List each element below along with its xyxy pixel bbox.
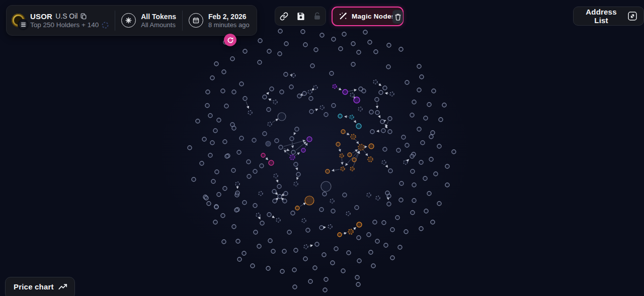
holder-node[interactable] (330, 199, 334, 203)
holder-node[interactable] (331, 209, 335, 213)
refresh-button[interactable] (224, 34, 236, 46)
holder-node[interactable] (258, 60, 262, 64)
holder-node[interactable] (213, 129, 217, 133)
holder-node[interactable] (313, 85, 317, 89)
holder-node[interactable] (319, 226, 324, 230)
holder-node[interactable] (439, 118, 443, 122)
holder-node[interactable] (333, 84, 337, 88)
holder-node[interactable] (367, 233, 371, 237)
holder-node[interactable] (373, 80, 377, 84)
holder-node[interactable] (270, 87, 274, 91)
holder-node[interactable] (275, 139, 279, 143)
holder-node[interactable] (357, 259, 361, 263)
holder-node[interactable] (295, 206, 299, 210)
holder-node[interactable] (259, 191, 263, 195)
holder-node[interactable] (263, 95, 267, 99)
holder-node[interactable] (224, 104, 228, 108)
holder-node[interactable] (267, 213, 271, 217)
holder-node[interactable] (399, 181, 404, 185)
holder-node[interactable] (315, 242, 319, 246)
holder-node[interactable] (371, 264, 375, 268)
holder-node[interactable] (399, 47, 403, 51)
holder-node[interactable] (351, 62, 355, 66)
holder-node[interactable] (386, 65, 390, 69)
holder-node[interactable] (257, 244, 261, 248)
holder-node[interactable] (350, 115, 354, 119)
holder-node[interactable] (399, 198, 403, 202)
holder-node[interactable] (210, 141, 214, 145)
holder-node[interactable] (253, 204, 257, 208)
holder-node[interactable] (331, 261, 335, 265)
holder-node[interactable] (417, 88, 421, 92)
holder-node[interactable] (287, 230, 291, 234)
holder-node[interactable] (336, 142, 340, 146)
bubble-map[interactable] (0, 0, 644, 296)
holder-node[interactable] (328, 225, 332, 229)
holder-node[interactable] (290, 155, 295, 160)
date-filter[interactable]: Feb 2, 2026 8 minutes ago (189, 13, 250, 28)
holder-node[interactable] (237, 150, 241, 154)
holder-node[interactable] (423, 176, 427, 180)
holder-node[interactable] (334, 247, 338, 251)
holder-node[interactable] (222, 70, 226, 74)
holder-node[interactable] (202, 137, 206, 141)
holder-node[interactable] (390, 92, 394, 96)
holder-node[interactable] (273, 199, 277, 203)
holder-node[interactable] (211, 179, 215, 183)
holder-node[interactable] (437, 202, 441, 206)
holder-node[interactable] (324, 277, 328, 281)
holder-node[interactable] (341, 130, 345, 134)
holder-node[interactable] (200, 161, 204, 165)
holder-node[interactable] (388, 117, 392, 121)
holder-node[interactable] (284, 191, 288, 195)
holder-node[interactable] (252, 138, 256, 142)
holder-node[interactable] (301, 30, 305, 34)
holder-node[interactable] (232, 90, 236, 94)
holder-node[interactable] (341, 167, 345, 171)
holder-node[interactable] (382, 221, 386, 225)
holder-node[interactable] (354, 97, 360, 103)
holder-node[interactable] (385, 191, 389, 195)
lock-button[interactable] (312, 11, 322, 21)
holder-node[interactable] (427, 191, 431, 195)
holder-node[interactable] (355, 275, 359, 279)
holder-node[interactable] (291, 150, 295, 154)
holder-node[interactable] (332, 104, 336, 108)
share-link-button[interactable] (279, 11, 289, 22)
holder-node[interactable] (291, 211, 295, 215)
holder-node[interactable] (369, 144, 374, 149)
holder-node[interactable] (445, 164, 449, 168)
holder-node[interactable] (390, 228, 394, 232)
holder-node[interactable] (332, 37, 336, 41)
holder-node[interactable] (431, 131, 435, 135)
holder-node[interactable] (303, 43, 307, 47)
holder-node[interactable] (380, 120, 384, 124)
holder-node[interactable] (208, 153, 212, 157)
holder-node[interactable] (379, 90, 383, 94)
holder-node[interactable] (235, 182, 239, 186)
holder-node[interactable] (367, 193, 371, 197)
holder-node[interactable] (294, 248, 298, 252)
holder-node[interactable] (295, 127, 299, 131)
holder-node[interactable] (356, 282, 360, 286)
holder-node[interactable] (274, 174, 278, 178)
holder-node[interactable] (417, 127, 421, 131)
holder-node[interactable] (388, 130, 392, 134)
holder-node[interactable] (279, 145, 283, 149)
holder-node[interactable] (234, 208, 238, 212)
holder-node[interactable] (222, 240, 226, 244)
holder-node[interactable] (223, 186, 227, 190)
holder-node[interactable] (388, 169, 392, 173)
holder-node[interactable] (351, 42, 355, 46)
holder-node[interactable] (304, 245, 308, 249)
holder-node[interactable] (383, 147, 387, 151)
holder-node[interactable] (324, 113, 328, 117)
holder-node[interactable] (273, 100, 277, 104)
holder-node[interactable] (261, 153, 265, 157)
holder-node[interactable] (188, 146, 192, 150)
holder-node[interactable] (266, 266, 270, 270)
holder-node[interactable] (303, 257, 307, 261)
holder-node[interactable] (254, 230, 258, 234)
holder-node[interactable] (420, 75, 424, 79)
holder-node[interactable] (330, 71, 334, 75)
